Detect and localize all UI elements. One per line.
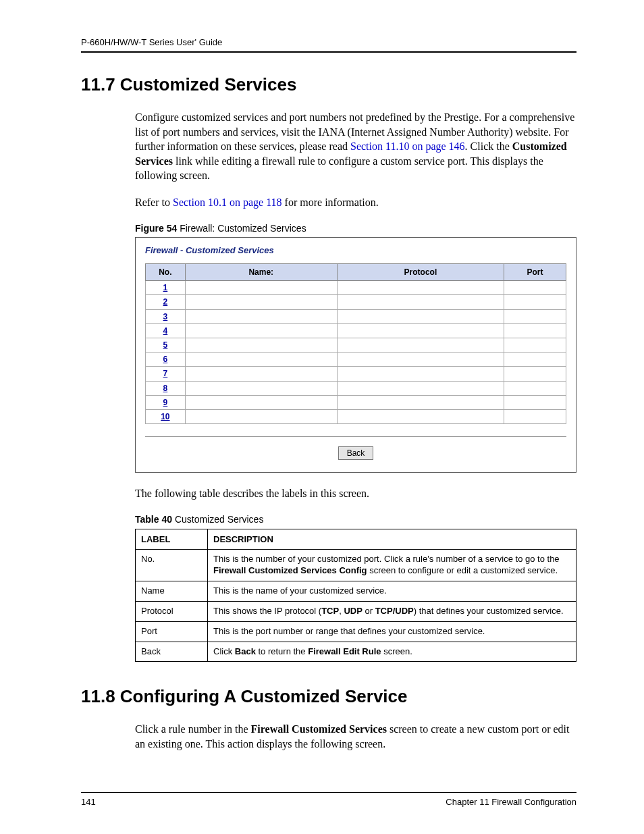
section1-para1: Configure customized services and port n… [135, 110, 576, 183]
table-row: 5 [146, 338, 566, 352]
desc-row-name: Name This is the name of your customized… [136, 581, 576, 601]
page-header: P-660H/HW/W-T Series User' Guide [81, 37, 576, 53]
desc-label: Protocol [136, 601, 208, 621]
text: Click the [471, 140, 512, 152]
desc-head-desc: DESCRIPTION [208, 529, 576, 550]
text: Refer to [135, 197, 173, 208]
table-row: 7 [146, 367, 566, 381]
desc-text: This shows the IP protocol (TCP, UDP or … [208, 601, 576, 621]
desc-row-port: Port This is the port number or range th… [136, 621, 576, 642]
row-link-1[interactable]: 1 [163, 283, 168, 292]
divider [145, 436, 566, 437]
bold-firewall-customized-services: Firewall Customized Services [251, 723, 387, 735]
chapter-label: Chapter 11 Firewall Configuration [446, 797, 576, 807]
text: to return the [256, 646, 308, 656]
back-button[interactable]: Back [338, 446, 374, 460]
header-protocol: Protocol [337, 264, 504, 281]
row-link-10[interactable]: 10 [161, 412, 169, 421]
text: screen. [381, 646, 412, 656]
row-link-8[interactable]: 8 [163, 384, 168, 393]
text: or [363, 606, 375, 616]
figure-caption: Figure 54 Firewall: Customized Services [135, 222, 576, 235]
desc-label: Name [136, 581, 208, 601]
desc-head-label: LABEL [136, 529, 208, 550]
desc-text: This is the port number or range that de… [208, 621, 576, 642]
section2-para1: Click a rule number in the Firewall Cust… [135, 722, 576, 751]
bold: TCP [321, 606, 339, 616]
link-section-11-10[interactable]: Section 11.10 on page 146 [350, 140, 465, 152]
desc-label: No. [136, 550, 208, 581]
section-heading-11-7: 11.7 Customized Services [81, 74, 576, 95]
services-table: No. Name: Protocol Port 1 2 3 4 5 6 7 8 … [145, 263, 566, 424]
header-port: Port [504, 264, 566, 281]
desc-label: Port [136, 621, 208, 642]
page-footer: 141 Chapter 11 Firewall Configuration [81, 792, 576, 807]
row-link-6[interactable]: 6 [163, 355, 168, 364]
table-row: 6 [146, 353, 566, 367]
figure-54-box: Firewall - Customized Services No. Name:… [135, 237, 576, 473]
bold: TCP/UDP [375, 606, 414, 616]
desc-text: Click Back to return the Firewall Edit R… [208, 642, 576, 662]
table40-caption-bold: Table 40 [135, 514, 172, 525]
desc-text: This is the number of your customized po… [208, 550, 576, 581]
section-heading-11-8: 11.8 Configuring A Customized Service [81, 686, 576, 707]
text: link while editing a firewall rule to co… [135, 155, 543, 182]
bold: Back [235, 646, 256, 656]
row-link-3[interactable]: 3 [163, 312, 168, 321]
doc-title: P-660H/HW/W-T Series User' Guide [81, 37, 222, 47]
table-row: 3 [146, 309, 566, 323]
after-figure-text: The following table describes the labels… [135, 486, 576, 501]
desc-row-back: Back Click Back to return the Firewall E… [136, 642, 576, 662]
bold: UDP [344, 606, 362, 616]
desc-label: Back [136, 642, 208, 662]
row-link-4[interactable]: 4 [163, 326, 168, 336]
text: This is the number of your customized po… [213, 554, 560, 564]
text: . [465, 140, 471, 152]
bold: Firewall Customized Services Config [213, 565, 367, 575]
page-number: 141 [81, 797, 96, 807]
row-link-2[interactable]: 2 [163, 297, 168, 307]
header-name: Name: [185, 264, 337, 281]
figure-title: Firewall - Customized Services [145, 244, 566, 257]
row-link-7[interactable]: 7 [163, 369, 168, 378]
text: for more information. [282, 197, 379, 208]
link-section-10-1[interactable]: Section 10.1 on page 118 [173, 197, 282, 208]
table-row: 2 [146, 295, 566, 309]
header-no: No. [146, 264, 186, 281]
text: Click a rule number in the [135, 723, 251, 735]
text: ) that defines your customized service. [414, 606, 564, 616]
text: This shows the IP protocol ( [213, 606, 321, 616]
table-row: 10 [146, 409, 566, 423]
text: Click [213, 646, 235, 656]
desc-row-protocol: Protocol This shows the IP protocol (TCP… [136, 601, 576, 621]
text: screen to configure or edit a customized… [367, 565, 558, 575]
figure-caption-rest: Firewall: Customized Services [177, 223, 306, 234]
figure-caption-bold: Figure 54 [135, 223, 177, 234]
table-row: 8 [146, 381, 566, 395]
row-link-9[interactable]: 9 [163, 398, 168, 407]
desc-row-no: No. This is the number of your customize… [136, 550, 576, 581]
row-link-5[interactable]: 5 [163, 340, 168, 350]
bold: Firewall Edit Rule [308, 646, 381, 656]
table40-caption-rest: Customized Services [172, 514, 263, 525]
table-row: 1 [146, 281, 566, 295]
table-row: 4 [146, 323, 566, 338]
desc-text: This is the name of your customized serv… [208, 581, 576, 601]
section1-para2: Refer to Section 10.1 on page 118 for mo… [135, 195, 576, 210]
table-row: 9 [146, 395, 566, 409]
table-40: LABEL DESCRIPTION No. This is the number… [135, 529, 576, 662]
table40-caption: Table 40 Customized Services [135, 513, 576, 526]
